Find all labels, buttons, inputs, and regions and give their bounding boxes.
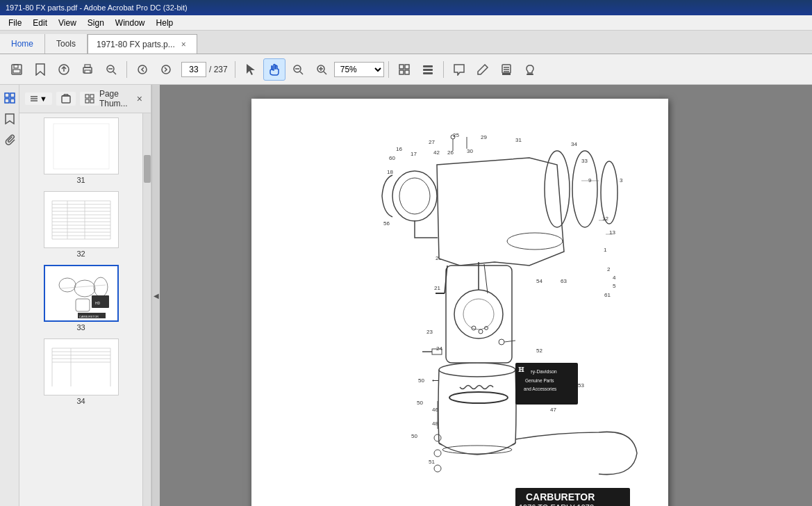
thumb-svg-31: [47, 120, 116, 172]
thumbnail-image-32: [44, 191, 119, 248]
thumbnail-scroll-area: 31: [19, 113, 151, 506]
svg-rect-43: [62, 96, 70, 103]
svg-text:27: 27: [429, 139, 435, 145]
separator-4: [443, 61, 444, 78]
thumbnail-image-31: [44, 117, 119, 174]
svg-rect-34: [527, 74, 533, 75]
menu-file[interactable]: File: [3, 17, 27, 29]
print-button[interactable]: [76, 58, 99, 81]
thumbnail-list: 31: [19, 113, 142, 506]
svg-text:61: 61: [604, 292, 611, 298]
sidebar-delete-button[interactable]: [56, 92, 76, 106]
svg-text:and Accessories: and Accessories: [524, 386, 557, 391]
svg-text:16: 16: [396, 146, 402, 152]
zoom-in-button[interactable]: [310, 58, 333, 81]
svg-marker-3: [36, 64, 44, 75]
tab-document[interactable]: 1971-80 FX parts.p... ×: [88, 34, 197, 54]
svg-rect-24: [399, 70, 404, 74]
svg-text:4: 4: [613, 275, 616, 281]
attachments-panel-button[interactable]: [2, 132, 17, 147]
svg-rect-38: [10, 99, 15, 103]
svg-text:17: 17: [411, 151, 417, 157]
svg-text:9: 9: [588, 177, 592, 183]
bookmark-button[interactable]: [29, 58, 51, 81]
menu-edit[interactable]: Edit: [27, 17, 53, 29]
thumb-svg-32: [47, 194, 116, 246]
zoom-level-select[interactable]: 75% 50% 100% 125% 150%: [334, 62, 384, 77]
thumbnail-page-34[interactable]: 34: [44, 338, 119, 405]
upload-button[interactable]: [53, 58, 75, 81]
svg-line-10: [113, 72, 116, 74]
comment-button[interactable]: [448, 58, 470, 81]
page-total: / 237: [209, 65, 228, 74]
thumbnail-page-31[interactable]: 31: [44, 117, 119, 184]
save-button[interactable]: [6, 58, 28, 81]
pen-button[interactable]: [472, 58, 494, 81]
svg-rect-53: [53, 124, 109, 169]
svg-text:2: 2: [607, 266, 611, 272]
svg-text:1: 1: [604, 247, 607, 253]
stamp-button[interactable]: [519, 58, 541, 81]
sidebar-extract-button[interactable]: [80, 92, 99, 106]
svg-text:ℍ: ℍ: [518, 366, 524, 373]
svg-rect-54: [47, 194, 116, 246]
thumbnail-page-32[interactable]: 32: [44, 191, 119, 258]
reduce-zoom-button[interactable]: [100, 58, 122, 81]
svg-rect-33: [502, 73, 511, 75]
thumbnails-panel-button[interactable]: [2, 90, 17, 106]
prev-page-button[interactable]: [131, 58, 154, 81]
svg-text:54: 54: [536, 278, 542, 284]
svg-rect-49: [90, 95, 94, 98]
sidebar-view-menu[interactable]: ▼: [25, 92, 52, 105]
thumb-svg-33: HD CARBURETOR: [47, 268, 116, 320]
separator-2: [235, 61, 235, 78]
svg-rect-51: [90, 99, 94, 103]
highlight-button[interactable]: [495, 58, 517, 81]
sidebar-panel: ▼ Page Thum... ×: [19, 85, 151, 506]
menu-sign[interactable]: Sign: [82, 17, 110, 29]
tool-2-button[interactable]: [417, 58, 439, 81]
sidebar-close-button[interactable]: ×: [134, 92, 145, 106]
zoom-out-button[interactable]: [287, 58, 309, 81]
tab-home[interactable]: Home: [0, 34, 45, 54]
svg-rect-35: [5, 93, 9, 97]
carburetor-title: CARBURETOR: [526, 491, 595, 503]
page-34-label: 34: [76, 397, 85, 405]
pdf-page: 16 27 25 29 31 60 17 42 26 30 34 33 9 18…: [251, 99, 668, 506]
tool-1-button[interactable]: [393, 58, 415, 81]
page-number-input[interactable]: 33: [181, 62, 206, 77]
tab-tools[interactable]: Tools: [45, 34, 88, 54]
menu-help[interactable]: Help: [151, 17, 179, 29]
menu-view[interactable]: View: [53, 17, 82, 29]
svg-text:31: 31: [515, 137, 522, 143]
svg-text:23: 23: [426, 329, 433, 335]
pdf-viewer[interactable]: 16 27 25 29 31 60 17 42 26 30 34 33 9 18…: [160, 85, 760, 506]
app-title: 1971-80 FX parts.pdf - Adobe Acrobat Pro…: [6, 3, 188, 12]
page-navigation: 33 / 237: [181, 62, 228, 77]
svg-rect-27: [423, 69, 433, 71]
thumbnail-scrollbar[interactable]: [142, 113, 151, 506]
svg-rect-22: [399, 65, 404, 69]
next-page-button[interactable]: [155, 58, 177, 81]
svg-rect-25: [405, 70, 409, 74]
svg-rect-28: [423, 72, 433, 74]
page-31-label: 31: [76, 176, 85, 184]
svg-text:5: 5: [613, 283, 616, 289]
svg-text:34: 34: [571, 141, 577, 147]
bookmarks-panel-button[interactable]: [2, 111, 17, 126]
svg-rect-37: [5, 99, 9, 103]
svg-text:33: 33: [581, 158, 588, 164]
svg-text:63: 63: [561, 278, 567, 284]
tab-close-button[interactable]: ×: [179, 39, 188, 50]
hand-tool-button[interactable]: [263, 58, 285, 81]
thumbnail-page-33[interactable]: HD CARBURETOR 33: [44, 265, 119, 332]
svg-rect-82: [47, 341, 116, 393]
cursor-tool-button[interactable]: [240, 58, 262, 81]
thumbnail-scroll-handle[interactable]: [144, 155, 151, 183]
svg-text:50: 50: [417, 400, 423, 406]
sidebar-collapse-button[interactable]: ◀: [151, 85, 160, 506]
menu-window[interactable]: Window: [110, 17, 151, 29]
svg-rect-50: [85, 99, 89, 103]
svg-text:52: 52: [536, 348, 542, 354]
page-33-label: 33: [76, 323, 85, 332]
